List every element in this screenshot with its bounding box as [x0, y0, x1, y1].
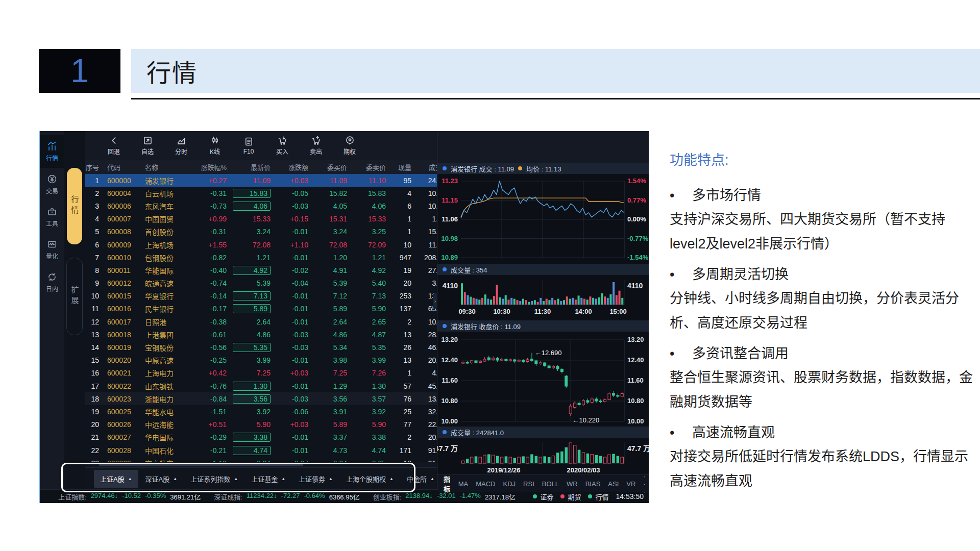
- toolbar-options-button[interactable]: 期权: [334, 135, 365, 156]
- table-row[interactable]: 17600022山东钢铁-0.761.30-0.011.291.305745.3: [85, 380, 437, 392]
- intraday-chart: 11.2311.1511.0610.9810.891.54%0.77%0.00%…: [437, 174, 649, 264]
- table-row[interactable]: 15600020中原高速-0.253.99-0.013.983.991320.9: [85, 354, 437, 367]
- table-row[interactable]: 4600007中国国贸+0.9915.33+0.1515.3115.3311.6: [85, 213, 437, 226]
- toolbar-watchlist-button[interactable]: 自选: [132, 135, 163, 156]
- toolbar-minute-button[interactable]: 分时: [165, 135, 197, 156]
- table-row[interactable]: 18600023浙能电力-0.843.56-0.033.563.577613.4: [85, 392, 437, 405]
- cell: 15.31: [313, 215, 352, 223]
- svg-text:14:00: 14:00: [575, 308, 592, 315]
- svg-text:13.20: 13.20: [627, 336, 644, 343]
- cell: 3.91: [313, 408, 352, 416]
- cell: -0.03: [276, 395, 313, 403]
- cell: -0.31: [191, 189, 232, 197]
- table-row[interactable]: 12600017日照港-0.382.64-0.012.642.65210.5: [85, 315, 437, 328]
- panel-collapse-arrow[interactable]: ›: [433, 293, 437, 309]
- price-box: 5.35: [233, 343, 271, 352]
- page-title: 行情: [146, 53, 198, 89]
- indicator-tab-VR[interactable]: VR: [626, 480, 635, 488]
- nav-item-label: 量化: [46, 252, 58, 260]
- table-row[interactable]: 7600010包钢股份-0.821.21-0.011.201.21947208.…: [85, 251, 437, 264]
- indicator-tab-ASI[interactable]: ASI: [608, 480, 619, 488]
- cell: -0.03: [276, 343, 313, 352]
- indicator-tab-[interactable]: · · ·: [643, 472, 649, 495]
- toolbar-sell-button[interactable]: 卖出: [300, 135, 332, 156]
- cell: 11.09: [313, 177, 352, 185]
- monitor-wave-icon: [46, 239, 58, 250]
- cell: 72.08: [313, 241, 352, 249]
- cell: 4.92: [352, 266, 391, 274]
- toolbar-buy-button[interactable]: 买入: [266, 135, 298, 156]
- nav-item-tools[interactable]: 工具: [40, 201, 64, 233]
- horizontal-scrollbar[interactable]: [85, 462, 437, 467]
- cell: -0.21: [191, 446, 232, 455]
- table-row[interactable]: 5600008首创股份-0.313.24-0.013.243.25115.8: [85, 226, 437, 238]
- indicator-tab-WR[interactable]: WR: [567, 480, 578, 488]
- nav-item-trade[interactable]: 交易: [40, 168, 64, 201]
- left-nav: 行情交易工具量化日内: [40, 131, 64, 489]
- cell: 3.56: [232, 394, 276, 404]
- cell: -0.01: [276, 446, 313, 455]
- market-tab[interactable]: 深证A股▲: [139, 470, 184, 488]
- table-row[interactable]: 9600012皖通高速-0.745.39-0.045.395.40203.3: [85, 277, 437, 290]
- table-row[interactable]: 8600011华能国际-0.404.92-0.024.914.921927.1: [85, 264, 437, 277]
- indicator-tab-KDJ[interactable]: KDJ: [503, 480, 516, 488]
- toolbar-f10-button[interactable]: F10: [233, 136, 264, 155]
- table-row[interactable]: 22600028中国石化-0.214.74-0.014.734.7417191.…: [85, 444, 437, 457]
- indicator-tab-[interactable]: 指标: [444, 474, 451, 493]
- cell: 2.64: [313, 318, 352, 326]
- toolbar-back-button[interactable]: 回退: [98, 135, 130, 156]
- table-row[interactable]: 21600027华电国际-0.293.38-0.013.373.38220.1: [85, 431, 437, 444]
- table-row[interactable]: 14600019宝钢股份-0.565.35-0.035.345.352646.9: [85, 341, 437, 354]
- table-row[interactable]: 19600025华能水电-1.513.92-0.063.913.922532.6: [85, 405, 437, 418]
- indicator-tab-MACD[interactable]: MACD: [476, 480, 495, 488]
- market-tab[interactable]: 上证A股▲: [94, 470, 138, 488]
- cell: 7: [85, 254, 104, 262]
- feature-title-text: 多资讯整合调用: [692, 342, 789, 362]
- table-row[interactable]: 3600006东风汽车-0.734.06-0.034.054.06610.6: [85, 199, 437, 212]
- nav-item-intraday[interactable]: 日内: [40, 266, 64, 298]
- toolbar-label: F10: [243, 148, 254, 155]
- table-row[interactable]: 23600029南方航空-1.136.24-0.076.246.251291.6: [85, 457, 437, 462]
- table-row[interactable]: 2600004白云机场-0.3115.83-0.0515.8215.83410.…: [85, 187, 437, 199]
- cell: 1.6: [416, 215, 437, 223]
- svg-text:47.7 万: 47.7 万: [437, 444, 458, 453]
- cell: 600000: [104, 177, 142, 185]
- market-tab[interactable]: 中金所▲: [401, 470, 437, 488]
- feature-title-text: 高速流畅直观: [692, 421, 775, 441]
- table-row[interactable]: 10600015华夏银行-0.147.13-0.017.127.1325313.…: [85, 290, 437, 303]
- cell: 600012: [104, 279, 142, 287]
- table-row[interactable]: 13600018上港集团-0.614.86-0.034.864.871328.5: [85, 328, 437, 341]
- table-row[interactable]: 1600000浦发银行+0.2711.09+0.0311.0911.109524…: [85, 174, 437, 187]
- cell: 4: [391, 189, 416, 197]
- side-tab-extend[interactable]: 扩展: [66, 258, 83, 335]
- scrollbar-thumb[interactable]: [99, 463, 303, 466]
- market-tab-label: 深证A股: [145, 474, 170, 484]
- market-tab[interactable]: 上海个股期权▲: [340, 470, 400, 488]
- table-row[interactable]: 20600026中远海能+0.515.90+0.035.895.907722.7: [85, 418, 437, 431]
- cell: +1.10: [276, 241, 313, 249]
- cell: 3.38: [232, 433, 276, 442]
- indicator-tab-BIAS[interactable]: BIAS: [585, 480, 601, 488]
- table-row[interactable]: 11600016民生银行-0.175.89-0.015.895.9013765.…: [85, 303, 437, 315]
- nav-item-quotes[interactable]: 行情: [40, 135, 64, 168]
- cell: 4.73: [313, 446, 352, 455]
- intraday-volume-legend: 成交量 : 354: [437, 264, 649, 275]
- indicator-tab-BOLL[interactable]: BOLL: [542, 480, 559, 488]
- cell: 11.10: [352, 177, 391, 185]
- table-row[interactable]: 16600021上海电力+0.427.25+0.037.257.2614.5: [85, 367, 437, 380]
- indicator-tab-RSI[interactable]: RSI: [523, 480, 534, 488]
- nav-item-quant[interactable]: 量化: [40, 233, 64, 266]
- cell: 12: [85, 318, 104, 326]
- cell: 20: [391, 279, 416, 287]
- feature-title-text: 多市场行情: [692, 184, 761, 204]
- side-tab-quotes[interactable]: 行情: [67, 168, 82, 244]
- cell: 253: [391, 292, 416, 300]
- market-tab[interactable]: 上证债券▲: [292, 470, 339, 488]
- toolbar-kline-button[interactable]: K线: [199, 135, 231, 156]
- indicator-tab-MA[interactable]: MA: [458, 480, 469, 488]
- col-header: 涨跌额: [276, 162, 313, 172]
- market-tab[interactable]: 上证基金▲: [245, 470, 291, 488]
- table-row[interactable]: 6600009上海机场+1.5572.08+1.1072.0872.091011…: [85, 238, 437, 251]
- market-tab[interactable]: 上证系列指数▲: [184, 470, 244, 488]
- daily-volume-legend: 成交量 : 242841.0: [437, 427, 649, 438]
